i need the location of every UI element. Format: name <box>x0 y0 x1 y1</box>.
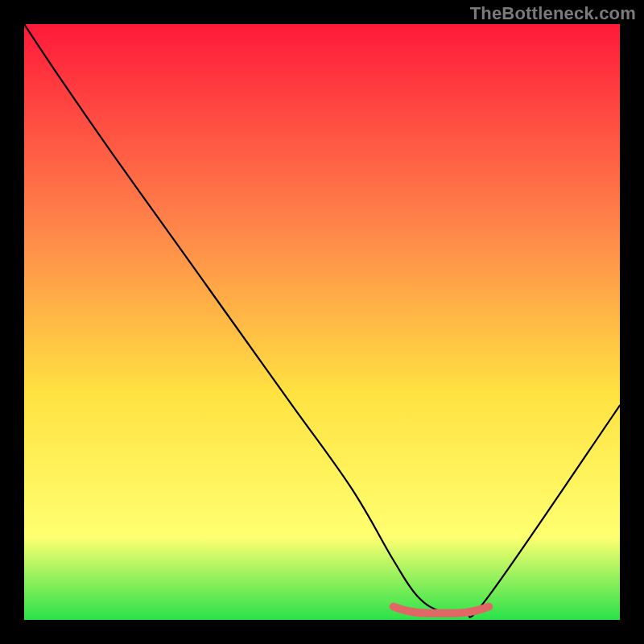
plot-area <box>24 24 620 620</box>
gradient-background <box>24 24 620 620</box>
watermark-text: TheBottleneck.com <box>470 3 636 24</box>
chart-frame: TheBottleneck.com <box>0 0 644 644</box>
chart-svg <box>24 24 620 620</box>
